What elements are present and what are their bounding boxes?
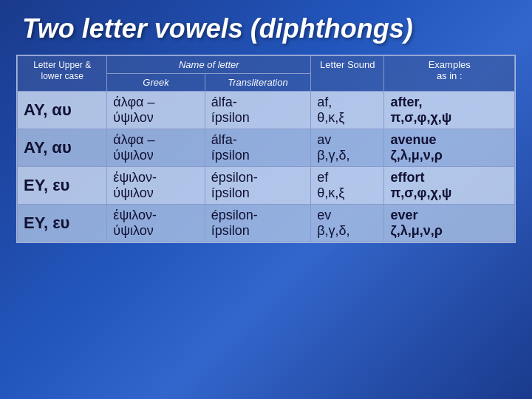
cell-greek: έψιλον-ύψιλον	[107, 205, 205, 242]
header-transliteration: Transliteration	[205, 74, 310, 92]
cell-transliteration: álfa-ípsilon	[205, 92, 310, 129]
header-letter-upper: Letter Upper & lower case	[18, 56, 107, 92]
cell-letter: ΑΥ, αυ	[18, 129, 107, 167]
cell-sound: evβ,γ,δ,	[311, 205, 384, 242]
header-name-of-letter: Name of letter	[107, 56, 311, 74]
page-title: Two letter vowels (diphthongs)	[0, 0, 532, 55]
table-row: ΑΥ, αυ άλφα –ύψιλον álfa-ípsilon avβ,γ,δ…	[18, 129, 515, 167]
table-row: ΑΥ, αυ άλφα –ύψιλον álfa-ípsilon af,θ,κ,…	[18, 92, 515, 129]
cell-sound: af,θ,κ,ξ	[311, 92, 384, 129]
diphthongs-table: Letter Upper & lower case Name of letter…	[17, 55, 515, 242]
table-row: ΕΥ, ευ έψιλον-ύψιλον épsilon-ípsilon evβ…	[18, 205, 515, 242]
cell-transliteration: álfa-ípsilon	[205, 129, 310, 167]
cell-sound: efθ,κ,ξ	[311, 167, 384, 205]
cell-letter: ΕΥ, ευ	[18, 167, 107, 205]
table-body: ΑΥ, αυ άλφα –ύψιλον álfa-ípsilon af,θ,κ,…	[18, 92, 515, 242]
cell-transliteration: épsilon-ípsilon	[205, 167, 310, 205]
cell-transliteration: épsilon-ípsilon	[205, 205, 310, 242]
header-letter-sound: Letter Sound	[311, 56, 384, 92]
cell-example: effortπ,σ,φ,χ,ψ	[384, 167, 515, 205]
header-greek: Greek	[107, 74, 205, 92]
cell-letter: ΑΥ, αυ	[18, 92, 107, 129]
cell-greek: έψιλον-ύψιλον	[107, 167, 205, 205]
cell-letter: ΕΥ, ευ	[18, 205, 107, 242]
main-table-container: Letter Upper & lower case Name of letter…	[16, 55, 516, 243]
cell-example: everζ,λ,μ,ν,ρ	[384, 205, 515, 242]
cell-sound: avβ,γ,δ,	[311, 129, 384, 167]
header-examples: Examples as in :	[384, 56, 515, 92]
table-row: ΕΥ, ευ έψιλον-ύψιλον épsilon-ípsilon efθ…	[18, 167, 515, 205]
cell-example: avenueζ,λ,μ,ν,ρ	[384, 129, 515, 167]
cell-example: after,π,σ,φ,χ,ψ	[384, 92, 515, 129]
header-row: Letter Upper & lower case Name of letter…	[18, 56, 515, 74]
cell-greek: άλφα –ύψιλον	[107, 92, 205, 129]
cell-greek: άλφα –ύψιλον	[107, 129, 205, 167]
